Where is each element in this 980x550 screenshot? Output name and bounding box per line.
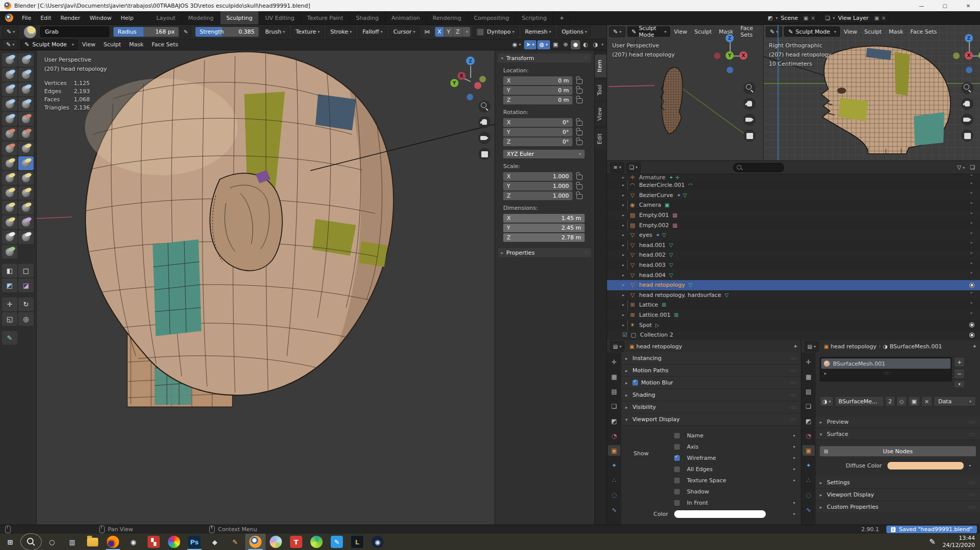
checkbox-Name[interactable] <box>674 433 680 438</box>
workspace-tab[interactable]: Texture Paint <box>301 11 350 24</box>
view-layer-copy-icon[interactable]: ▣ <box>874 15 879 21</box>
checkbox-Shadow[interactable] <box>674 489 680 494</box>
location-Z-field[interactable]: Z0 m <box>503 96 572 104</box>
dyntopo-toggle[interactable]: Dyntopo▾ <box>473 26 518 37</box>
workspace-tab[interactable]: Scripting <box>515 11 553 24</box>
n-panel-tab-Tool[interactable]: Tool <box>595 79 607 100</box>
taskbar-photoshop[interactable]: Ps <box>184 534 205 550</box>
symmetry-z[interactable]: Z <box>453 27 463 37</box>
navigation-gizmo[interactable]: Z X Y <box>444 54 495 105</box>
taskbar-clock-area[interactable]: ✎ 13:44 24/12/2020 <box>929 535 975 549</box>
taskbar-task-view[interactable]: ▥ <box>62 534 82 550</box>
pen-input-icon[interactable]: ✎ <box>929 537 936 546</box>
viewport-menu-Mask[interactable]: Mask <box>125 41 148 48</box>
object-type-visibility-dropdown[interactable]: ◉▾ <box>510 40 523 49</box>
taskbar-color-wheel[interactable] <box>164 534 184 550</box>
options-dropdown[interactable]: Options▾ <box>558 26 591 37</box>
taskbar-inkscape[interactable]: ◆ <box>205 534 225 550</box>
tool-draw-face-sets[interactable] <box>2 245 17 259</box>
taskbar-firefox[interactable] <box>103 534 123 550</box>
copy-material-button[interactable]: ▣ <box>908 396 919 406</box>
minimize-button[interactable]: — <box>910 0 933 11</box>
tool-annotate[interactable]: ✎ <box>2 331 17 345</box>
tool-transform[interactable]: ◎ <box>18 312 34 326</box>
shading-solid-button[interactable]: ● <box>571 40 580 49</box>
dropdown-Falloff[interactable]: Falloff▾ <box>358 26 387 37</box>
tool-clay[interactable] <box>2 68 17 81</box>
workspace-tab[interactable]: Compositing <box>468 11 516 24</box>
vp3-grid-button[interactable] <box>961 129 973 142</box>
tool-nudge[interactable] <box>18 186 34 200</box>
use-nodes-button[interactable]: ⊞Use Nodes <box>820 446 976 456</box>
overlays-toggle[interactable]: ◍▾ <box>537 40 550 49</box>
material-slot-list[interactable]: BSurfaceMesh.001 ▸∷∷ <box>820 357 952 381</box>
pan-button[interactable] <box>478 116 491 128</box>
outliner-row[interactable]: ▸⊞Lattice.001⊞ <box>607 310 980 320</box>
mode-dropdown[interactable]: ✎Sculpt Mode▾ <box>20 40 78 50</box>
visibility-toggle[interactable] <box>968 183 975 188</box>
checkbox-Texture Space[interactable] <box>674 478 680 483</box>
symmetry-y[interactable]: Y <box>444 27 453 37</box>
properties2-tab-constraints[interactable]: ∿ <box>802 504 815 515</box>
dropdown-Cursor[interactable]: Cursor▾ <box>389 26 419 37</box>
tool-header-dropdown[interactable]: ✎▾ <box>3 26 19 37</box>
shading-rendered-button[interactable]: ◑ <box>591 40 600 49</box>
tool-smooth[interactable] <box>18 112 34 126</box>
properties2-tab-render[interactable]: ▦ <box>802 371 815 382</box>
outliner-row[interactable]: ▸◠BezierCircle.001◠ <box>607 180 980 190</box>
taskbar-draw-app[interactable]: ✎ <box>327 534 347 550</box>
properties-tab-physics[interactable]: ◌ <box>608 489 620 500</box>
workspace-tab[interactable]: UV Editing <box>259 11 301 24</box>
taskbar-krita[interactable] <box>266 534 286 550</box>
tool-flatten[interactable] <box>2 127 17 141</box>
shading-material-button[interactable]: ◐ <box>581 40 590 49</box>
secondary-viewport[interactable]: ✎▾ ✎Sculpt Mode▾ View Sculpt Mask Face S… <box>607 25 763 161</box>
scene-selector[interactable]: ◩▾ Scene ▣ × <box>765 13 818 23</box>
menu-Render[interactable]: Render <box>56 15 85 21</box>
panel-Visibility[interactable]: ▸Visibility∷∷ <box>621 401 801 414</box>
rotation-Y-field[interactable]: Y0° <box>503 128 572 136</box>
taskbar-steam[interactable]: ◉ <box>367 534 388 550</box>
brush-name-field[interactable]: Grab <box>40 26 109 37</box>
scale-X-lock-icon[interactable] <box>577 175 583 180</box>
vp2-mode-dropdown[interactable]: ✎Sculpt Mode▾ <box>627 26 670 37</box>
vp3-gizmo-z-neg[interactable] <box>966 67 972 73</box>
radius-slider[interactable]: Radius 168 px <box>113 27 179 37</box>
tool-rotate-brush[interactable] <box>2 201 17 214</box>
dropdown-Stroke[interactable]: Stroke▾ <box>326 26 356 37</box>
strength-slider[interactable]: Strength 0.385 <box>195 27 258 37</box>
n-panel-tab-Item[interactable]: Item <box>595 54 607 77</box>
outliner-row[interactable]: ▸▨Empty.001▨ <box>607 210 980 221</box>
gizmo-x-neg[interactable] <box>474 82 481 89</box>
viewport-menu-View[interactable]: View <box>78 41 99 48</box>
panel-preview[interactable]: ▸Preview∷∷ <box>816 417 980 428</box>
visibility-toggle[interactable] <box>968 223 975 228</box>
tool-grab[interactable] <box>18 156 34 170</box>
link-target-dropdown[interactable]: Data▾ <box>934 396 976 406</box>
outliner-row[interactable]: ▸▽head.001▽ <box>607 240 980 251</box>
location-Y-field[interactable]: Y0 m <box>503 86 572 95</box>
visibility-toggle[interactable] <box>969 282 975 288</box>
main-3d-viewport[interactable]: User Perspective (207) head retopology V… <box>37 50 495 525</box>
material-name-field[interactable]: BSurfaceMe... <box>835 396 884 406</box>
outliner-editor-type-button[interactable]: ≡▾ <box>610 162 624 173</box>
radius-pressure-icon[interactable]: ✎ <box>180 26 191 37</box>
vp3-editor-type-button[interactable]: ✎▾ <box>766 26 782 37</box>
saved-status-badge[interactable]: i Saved "head99991.blend" <box>886 526 977 533</box>
visibility-toggle[interactable] <box>968 213 975 218</box>
tool-elastic-deform[interactable] <box>2 156 17 170</box>
outliner-row[interactable]: ▸▽head retopology. hardsurface▽ <box>607 290 980 300</box>
viewport-menu-Face Sets[interactable]: Face Sets <box>148 41 182 48</box>
workspace-tab[interactable]: Sculpting <box>220 11 259 24</box>
taskbar-league-of-legends[interactable]: L <box>347 534 367 550</box>
visibility-toggle[interactable] <box>968 263 975 268</box>
symmetry-x[interactable]: X <box>435 27 444 37</box>
fake-user-button[interactable]: ◇ <box>897 396 907 406</box>
vp3-menu-mask[interactable]: Mask <box>885 29 907 35</box>
view-layer-remove-icon[interactable]: × <box>882 15 886 21</box>
scale-Y-lock-icon[interactable] <box>577 184 583 189</box>
visibility-toggle[interactable] <box>968 313 975 318</box>
tool-snake-hook[interactable] <box>2 171 17 185</box>
properties-panel-header[interactable]: ▸ Properties ∷ <box>498 248 591 257</box>
taskbar-pencil[interactable]: ✎ <box>225 534 245 550</box>
